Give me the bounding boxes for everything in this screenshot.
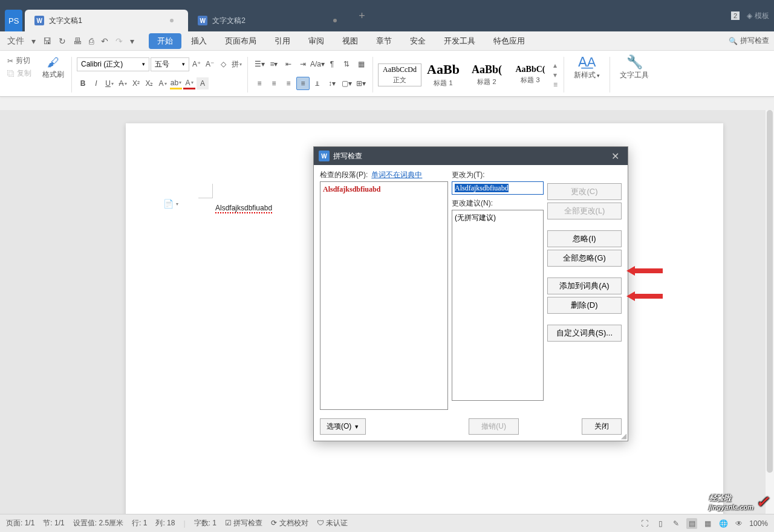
font-select[interactable]: Calibri (正文)▾ — [77, 57, 149, 71]
menu-devtools[interactable]: 开发工具 — [435, 33, 484, 49]
decrease-indent-icon[interactable]: ⇤ — [282, 57, 295, 71]
undo-icon[interactable]: ↶ — [99, 36, 111, 46]
copy-button[interactable]: ⿻复制 — [6, 67, 33, 80]
superscript-icon[interactable]: X² — [130, 77, 142, 89]
cert-status[interactable]: 🛡 未认证 — [317, 518, 348, 528]
add-to-dict-button[interactable]: 添加到词典(A) — [547, 277, 622, 294]
line-collapse-icon[interactable]: ⇅ — [340, 57, 353, 71]
shrink-font-icon[interactable]: A⁻ — [204, 58, 216, 70]
notification-badge[interactable]: 2 — [731, 11, 740, 20]
not-in-dict-link[interactable]: 单词不在词典中 — [371, 170, 422, 179]
zoom-value[interactable]: 100% — [749, 519, 768, 528]
number-list-icon[interactable]: ≡▾ — [267, 57, 281, 71]
font-color-icon[interactable]: A — [183, 77, 195, 89]
word-count[interactable]: 字数: 1 — [194, 518, 216, 528]
tab-doc2[interactable]: W 文字文稿2 — [188, 10, 351, 31]
fullscreen-icon[interactable]: ⛶ — [639, 518, 650, 529]
border-icon[interactable]: ⊞▾ — [354, 77, 368, 90]
grow-font-icon[interactable]: A⁺ — [190, 58, 203, 70]
search-icon[interactable]: 🔍 — [729, 37, 738, 45]
menu-layout[interactable]: 页面布局 — [216, 33, 265, 49]
style-h3[interactable]: AaBbC( 标题 3 — [509, 63, 552, 86]
menu-reference[interactable]: 引用 — [266, 33, 299, 49]
menu-view[interactable]: 视图 — [334, 33, 366, 49]
ignore-button[interactable]: 忽略(I) — [547, 230, 622, 247]
cut-button[interactable]: ✂剪切 — [6, 54, 33, 67]
distribute-icon[interactable]: ⫫ — [311, 77, 324, 90]
style-normal[interactable]: AaBbCcDd 正文 — [378, 63, 421, 86]
change-button[interactable]: 更改(C) — [547, 183, 622, 200]
template-button[interactable]: ◈ 模板 — [747, 11, 769, 21]
bold-icon[interactable]: B — [77, 77, 89, 89]
paste-options-icon[interactable]: 📄 — [163, 199, 178, 209]
menu-insert[interactable]: 插入 — [183, 33, 215, 49]
text-tool-button[interactable]: 🔧 文字工具 — [615, 54, 654, 80]
change-all-button[interactable]: 全部更改(L) — [547, 203, 622, 219]
eye-icon[interactable]: 👁 — [733, 518, 744, 529]
setting-status[interactable]: 设置值: 2.5厘米 — [73, 518, 123, 528]
align-justify-icon[interactable]: ≡ — [296, 77, 310, 90]
change-to-input[interactable]: Alsdfajksdbfiuabd — [452, 181, 544, 195]
row-status[interactable]: 行: 1 — [132, 518, 147, 528]
bullet-list-icon[interactable]: ☰▾ — [253, 57, 266, 71]
strike-icon[interactable]: A — [117, 77, 129, 89]
document-text[interactable]: Alsdfajksdbfiuabd — [215, 203, 272, 213]
menu-section[interactable]: 章节 — [368, 33, 400, 49]
read-view-icon[interactable]: ▯ — [655, 518, 666, 529]
col-status[interactable]: 列: 18 — [155, 518, 175, 528]
col-icon[interactable]: ▦ — [354, 57, 368, 71]
page-status[interactable]: 页面: 1/1 — [6, 518, 34, 528]
align-left-icon[interactable]: ≡ — [253, 77, 266, 90]
align-right-icon[interactable]: ≡ — [282, 77, 295, 90]
style-h2[interactable]: AaBb( 标题 2 — [465, 62, 509, 88]
direction-icon[interactable]: ¶ — [325, 57, 339, 71]
proof-status[interactable]: ⟳ 文档校对 — [271, 518, 308, 528]
shading-icon[interactable]: ▢▾ — [340, 77, 353, 90]
custom-dict-button[interactable]: 自定义词典(S)... — [547, 325, 622, 342]
menu-special[interactable]: 特色应用 — [485, 33, 533, 49]
dialog-titlebar[interactable]: W 拼写检查 ✕ — [314, 147, 628, 165]
size-select[interactable]: 五号▾ — [151, 57, 189, 71]
page-view-icon[interactable]: ▤ — [686, 518, 697, 529]
char-shading-icon[interactable]: A — [197, 77, 209, 89]
saveas-icon[interactable]: ↻ — [56, 36, 68, 46]
paragraph-listbox[interactable]: Alsdfajksdbfiuabd — [320, 181, 448, 410]
increase-indent-icon[interactable]: ⇥ — [296, 57, 310, 71]
align-center-icon[interactable]: ≡ — [267, 77, 281, 90]
clear-format-icon[interactable]: ◇ — [217, 58, 229, 70]
menu-review[interactable]: 审阅 — [300, 33, 333, 49]
style-scroll[interactable]: ▴▾≡ — [552, 61, 559, 89]
menu-start[interactable]: 开始 — [149, 33, 181, 49]
file-dropdown-icon[interactable]: ▾ — [29, 36, 38, 46]
print-preview-icon[interactable]: ⎙ — [86, 36, 96, 46]
convert-icon[interactable]: A/a▾ — [311, 57, 324, 71]
options-button[interactable]: 选项(O)▼ — [320, 418, 366, 435]
save-icon[interactable]: 🖫 — [41, 36, 54, 46]
undo-button[interactable]: 撤销(U) — [469, 418, 519, 435]
text-effect-icon[interactable]: A — [157, 77, 169, 89]
qat-dropdown-icon[interactable]: ▾ — [128, 36, 137, 46]
underline-icon[interactable]: U — [103, 77, 115, 89]
format-brush-button[interactable]: 🖌 格式刷 — [40, 54, 67, 81]
menu-security[interactable]: 安全 — [402, 33, 434, 49]
outline-view-icon[interactable]: ▦ — [702, 518, 713, 529]
phonetic-icon[interactable]: 拼 — [230, 58, 242, 70]
ignore-all-button[interactable]: 全部忽略(G) — [547, 250, 622, 267]
resize-grip-icon[interactable]: ◢ — [621, 432, 626, 440]
close-button[interactable]: 关闭 — [582, 418, 622, 435]
delete-button[interactable]: 删除(D) — [547, 297, 622, 314]
line-spacing-icon[interactable]: ↕▾ — [325, 77, 339, 90]
redo-icon[interactable]: ↷ — [113, 36, 125, 46]
subscript-icon[interactable]: X₂ — [143, 77, 155, 89]
vertical-scrollbar[interactable] — [766, 110, 774, 514]
edit-icon[interactable]: ✎ — [671, 518, 681, 529]
web-view-icon[interactable]: 🌐 — [718, 518, 729, 529]
highlight-icon[interactable]: ab — [170, 77, 182, 89]
new-tab-button[interactable]: + — [351, 10, 372, 22]
suggestions-listbox[interactable]: (无拼写建议) — [452, 210, 544, 401]
style-h1[interactable]: AaBb 标题 1 — [421, 60, 465, 89]
new-style-button[interactable]: A͟A 新样式▾ — [569, 54, 605, 80]
spellcheck-status[interactable]: ☑ 拼写检查 — [225, 518, 262, 528]
tab-doc1[interactable]: W 文字文稿1 — [25, 10, 188, 31]
close-icon[interactable]: ✕ — [608, 151, 623, 162]
